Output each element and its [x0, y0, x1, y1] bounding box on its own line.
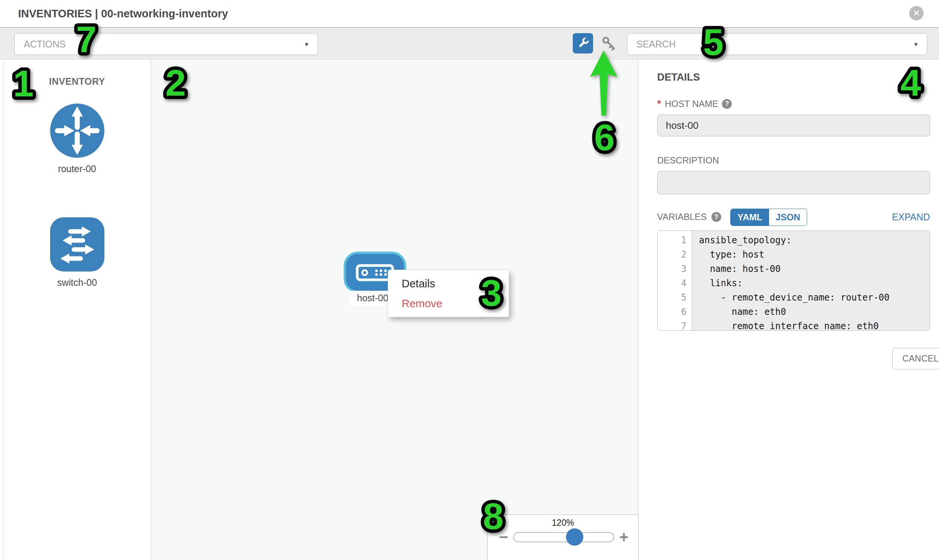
expand-link[interactable]: EXPAND: [892, 212, 930, 223]
router-device[interactable]: [49, 102, 105, 159]
chevron-down-icon: ▼: [304, 41, 309, 48]
sidebar-title: INVENTORY: [3, 76, 151, 87]
host-name-label-row: * HOST NAME ?: [657, 98, 732, 109]
close-icon[interactable]: ✕: [909, 6, 924, 20]
editor-line-numbers: 1 2 3 4 5 6 7: [657, 231, 692, 330]
device-label: switch-00: [3, 277, 151, 288]
credentials-key-button[interactable]: [600, 35, 618, 53]
help-icon[interactable]: ?: [722, 99, 732, 109]
description-input[interactable]: [657, 171, 930, 194]
details-panel: DETAILS * HOST NAME ? DESCRIPTION VARIAB…: [638, 60, 939, 560]
search-dropdown-placeholder: SEARCH: [637, 39, 675, 50]
configure-topology-button[interactable]: [573, 33, 593, 54]
details-panel-title: DETAILS: [657, 72, 700, 83]
inventory-sidebar: INVENTORY router-00: [3, 60, 151, 560]
palette-item-switch: switch-00: [3, 216, 151, 288]
required-asterisk: *: [657, 98, 661, 109]
device-label: router-00: [3, 163, 151, 174]
wrench-icon: [575, 36, 591, 51]
zoom-slider[interactable]: [513, 532, 614, 542]
variables-row: VARIABLES ? YAML JSON EXPAND: [657, 209, 930, 225]
host-name-label: HOST NAME: [665, 98, 718, 109]
key-icon: [601, 35, 617, 52]
search-dropdown[interactable]: SEARCH ▼: [627, 33, 927, 55]
variables-format-toggle: YAML JSON: [730, 209, 807, 226]
help-icon[interactable]: ?: [711, 212, 721, 222]
chevron-down-icon: ▼: [913, 41, 919, 48]
toolbar: ACTIONS ▼ SEARCH: [0, 27, 939, 60]
page-header: INVENTORIES | 00-networking-inventory ✕: [0, 0, 939, 27]
variables-code-editor[interactable]: 1 2 3 4 5 6 7 ansible_topology: type: ho…: [657, 231, 930, 331]
zoom-in-button[interactable]: +: [619, 529, 629, 545]
breadcrumb: INVENTORIES | 00-networking-inventory: [18, 0, 228, 27]
inventory-topology-page: INVENTORIES | 00-networking-inventory ✕ …: [0, 0, 939, 560]
description-label: DESCRIPTION: [657, 155, 719, 166]
node-context-menu: Details Remove: [388, 270, 509, 317]
zoom-control-panel: 120% − +: [487, 514, 639, 560]
cancel-button[interactable]: CANCEL: [892, 348, 939, 369]
actions-dropdown-placeholder: ACTIONS: [24, 39, 66, 50]
context-menu-item-details[interactable]: Details: [388, 274, 509, 294]
context-menu-item-remove[interactable]: Remove: [388, 294, 509, 314]
zoom-out-button[interactable]: −: [499, 529, 508, 545]
switch-icon: [49, 216, 105, 273]
palette-item-router: router-00: [3, 102, 151, 174]
json-toggle-button[interactable]: JSON: [769, 209, 807, 226]
router-icon: [49, 102, 105, 159]
variables-label: VARIABLES: [657, 212, 707, 222]
actions-dropdown[interactable]: ACTIONS ▼: [14, 33, 318, 55]
zoom-level-label: 120%: [487, 518, 638, 528]
zoom-slider-thumb[interactable]: [566, 528, 583, 546]
yaml-toggle-button[interactable]: YAML: [731, 209, 769, 226]
switch-device[interactable]: [49, 216, 105, 273]
editor-code-lines[interactable]: ansible_topology: type: host name: host-…: [692, 231, 930, 330]
host-name-input[interactable]: [657, 114, 930, 136]
